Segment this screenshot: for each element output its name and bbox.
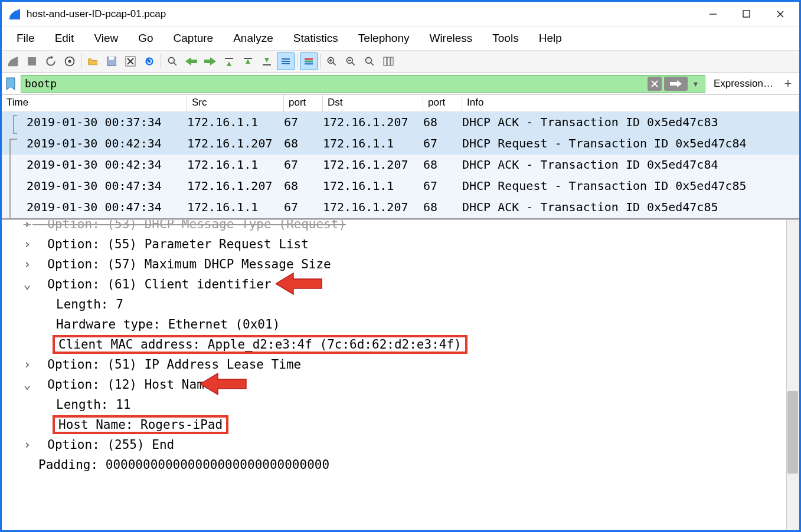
expand-icon[interactable]: ›	[22, 257, 32, 271]
filter-bookmark-icon[interactable]	[4, 75, 17, 92]
go-last-button[interactable]	[258, 52, 276, 70]
packet-list-header: Time Src port Dst port Info	[2, 95, 799, 112]
highlight-annotation: Host Name: Rogers-iPad	[53, 415, 228, 434]
expression-button[interactable]: Expression…	[709, 75, 778, 92]
save-file-button[interactable]	[103, 52, 120, 70]
display-filter-bar: bootp ▾ Expression… +	[2, 73, 799, 95]
capture-options-button[interactable]	[61, 52, 79, 70]
svg-marker-23	[264, 58, 269, 63]
collapse-icon[interactable]: ⌄	[22, 277, 32, 291]
svg-marker-46	[276, 273, 322, 294]
menu-capture[interactable]: Capture	[164, 28, 224, 48]
display-filter-input[interactable]: bootp ▾	[21, 75, 705, 93]
close-file-button[interactable]	[122, 52, 139, 70]
expand-icon[interactable]: ›	[22, 438, 32, 452]
add-filter-button[interactable]: +	[782, 77, 795, 90]
packet-row[interactable]: 2019-01-30 00:47:34172.16.1.167172.16.1.…	[2, 197, 799, 218]
app-window: host-and-user-ID-pcap-01.pcap File Edit …	[0, 0, 801, 532]
go-first-button[interactable]	[239, 52, 257, 70]
reload-button[interactable]	[140, 52, 158, 70]
expand-icon: ›	[22, 219, 32, 231]
start-capture-button[interactable]	[4, 52, 22, 70]
tree-node-host-name[interactable]: ⌄ Option: (12) Host Name	[4, 375, 799, 395]
zoom-out-button[interactable]	[342, 52, 359, 70]
tree-leaf-length[interactable]: Length: 11	[4, 395, 799, 415]
stop-capture-button[interactable]	[23, 52, 41, 70]
packet-row[interactable]: 2019-01-30 00:47:34172.16.1.20768172.16.…	[2, 176, 799, 197]
col-header-src[interactable]: Src	[187, 95, 284, 112]
filter-history-dropdown[interactable]: ▾	[690, 77, 701, 90]
highlight-annotation: Client MAC address: Apple_d2:e3:4f (7c:6…	[53, 335, 467, 354]
tree-node-option[interactable]: › Option: (57) Maximum DHCP Message Size	[4, 254, 799, 274]
arrow-left-annotation-icon	[200, 371, 247, 397]
tree-leaf-hardware-type[interactable]: Hardware type: Ethernet (0x01)	[4, 314, 799, 334]
packet-row[interactable]: 2019-01-30 00:42:34172.16.1.167172.16.1.…	[2, 155, 799, 176]
menu-analyze[interactable]: Analyze	[223, 28, 283, 48]
tree-node-option[interactable]: › Option: (255) End	[4, 435, 799, 455]
maximize-button[interactable]	[730, 3, 763, 25]
menu-file[interactable]: File	[6, 28, 45, 48]
svg-point-7	[68, 60, 71, 63]
resize-columns-button[interactable]	[380, 52, 397, 70]
menu-view[interactable]: View	[84, 28, 128, 48]
packet-row[interactable]: 2019-01-30 00:37:34172.16.1.167172.16.1.…	[2, 112, 799, 133]
menu-tools[interactable]: Tools	[482, 28, 528, 48]
menu-telephony[interactable]: Telephony	[348, 28, 420, 48]
related-packets-bracket-icon	[8, 112, 23, 218]
expand-icon[interactable]: ›	[22, 357, 32, 372]
svg-rect-4	[28, 57, 36, 65]
details-scrollbar[interactable]	[786, 220, 799, 530]
clear-filter-button[interactable]	[648, 77, 662, 91]
svg-marker-17	[204, 57, 216, 65]
svg-marker-5	[51, 55, 53, 60]
close-button[interactable]	[763, 3, 797, 25]
packet-row[interactable]: 2019-01-30 00:42:34172.16.1.20768172.16.…	[2, 133, 799, 155]
expand-icon[interactable]: ›	[22, 237, 32, 251]
svg-line-31	[333, 63, 336, 65]
svg-marker-45	[670, 80, 682, 87]
menu-help[interactable]: Help	[529, 28, 572, 48]
minimize-button[interactable]	[696, 3, 730, 25]
zoom-in-button[interactable]	[323, 52, 341, 70]
col-header-time[interactable]: Time	[2, 95, 187, 112]
svg-point-13	[145, 57, 153, 65]
toolbar: =	[2, 50, 799, 73]
restart-capture-button[interactable]	[42, 52, 60, 70]
find-button[interactable]	[164, 52, 181, 70]
window-controls	[696, 3, 797, 25]
menu-edit[interactable]: Edit	[45, 28, 84, 48]
tree-node-option[interactable]: › Option: (51) IP Address Lease Time	[4, 354, 799, 375]
svg-line-35	[352, 63, 355, 65]
apply-filter-button[interactable]	[664, 77, 688, 91]
collapse-icon[interactable]: ⌄	[22, 377, 32, 392]
titlebar: host-and-user-ID-pcap-01.pcap	[2, 2, 799, 27]
menu-statistics[interactable]: Statistics	[283, 28, 348, 48]
go-to-packet-button[interactable]	[220, 52, 238, 70]
svg-text:=: =	[367, 58, 369, 63]
go-back-button[interactable]	[182, 52, 200, 70]
tree-leaf-host-name[interactable]: Host Name: Rogers-iPad	[4, 415, 799, 435]
packet-details-pane[interactable]: › Option: (53) DHCP Message Type (Reques…	[2, 219, 799, 530]
col-header-info[interactable]: Info	[462, 95, 799, 112]
arrow-left-annotation-icon	[276, 271, 323, 297]
menu-go[interactable]: Go	[128, 28, 163, 48]
go-forward-button[interactable]	[201, 52, 219, 70]
tree-node-option[interactable]: › Option: (55) Parameter Request List	[4, 234, 799, 254]
tree-leaf-client-mac[interactable]: Client MAC address: Apple_d2:e3:4f (7c:6…	[4, 334, 799, 354]
auto-scroll-button[interactable]	[277, 52, 295, 70]
filter-input-actions: ▾	[648, 77, 701, 91]
zoom-reset-button[interactable]: =	[361, 52, 378, 70]
scrollbar-thumb[interactable]	[787, 391, 798, 474]
svg-marker-47	[200, 373, 246, 395]
tree-node-client-identifier[interactable]: ⌄ Option: (61) Client identifier	[4, 274, 799, 294]
menu-wireless[interactable]: Wireless	[419, 28, 482, 48]
col-header-sport[interactable]: port	[284, 95, 323, 112]
col-header-dst[interactable]: Dst	[323, 95, 423, 112]
col-header-dport[interactable]: port	[423, 95, 462, 112]
colorize-button[interactable]	[300, 52, 318, 70]
tree-leaf-padding[interactable]: Padding: 000000000000000000000000000000	[4, 455, 799, 475]
packet-list-pane[interactable]: Time Src port Dst port Info 2019-01-30 0…	[2, 95, 799, 219]
tree-leaf-length[interactable]: Length: 7	[4, 294, 799, 314]
tree-node-clipped[interactable]: › Option: (53) DHCP Message Type (Reques…	[4, 219, 799, 234]
open-file-button[interactable]	[84, 52, 102, 70]
